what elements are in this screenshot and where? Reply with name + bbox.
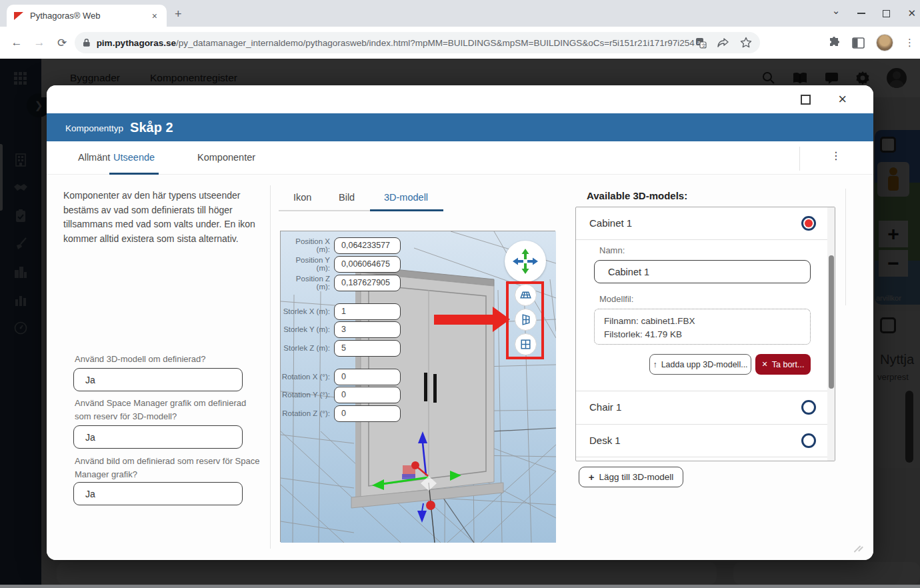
position-y-label: Position Y (m): <box>281 256 330 272</box>
window-minimize-button[interactable] <box>857 13 865 14</box>
dialog-close-button[interactable]: × <box>838 91 847 108</box>
upload-model-button[interactable]: ↑ Ladda upp 3D-modell... <box>649 354 751 375</box>
rotation-y-input[interactable]: 0 <box>334 387 401 403</box>
field-value: Ja <box>85 489 95 499</box>
upload-label: Ladda upp 3D-modell... <box>661 360 748 369</box>
forward-button[interactable]: → <box>28 36 51 49</box>
model-row-cabinet[interactable]: Cabinet 1 <box>576 207 835 240</box>
bookmark-star-icon[interactable] <box>740 37 752 49</box>
rotation-z-input[interactable]: 0 <box>334 405 401 422</box>
tabbar-divider <box>799 147 800 171</box>
side-panel-icon[interactable] <box>852 37 865 49</box>
tab-title: Pythagoras® Web <box>30 11 149 21</box>
tab-komponenter[interactable]: Komponenter <box>197 152 255 163</box>
component-type-dialog: × Komponenttyp Skåp 2 Allmänt Utseende K… <box>47 85 873 560</box>
3d-viewer[interactable]: Position X (m):0,064233577 Position Y (m… <box>280 231 555 542</box>
inner-active-underline <box>370 209 443 211</box>
file-name-text: Filnamn: cabinet1.FBX <box>604 315 810 328</box>
browser-menu-icon[interactable]: ⋮ <box>905 37 915 49</box>
url-text: pim.pythagoras.se/py_datamanager_interna… <box>97 38 695 48</box>
size-z-label: Storlek Z (m): <box>281 344 330 352</box>
tab-allmant[interactable]: Allmänt <box>78 152 110 163</box>
new-tab-button[interactable]: + <box>175 8 182 20</box>
window-maximize-button[interactable] <box>883 10 890 17</box>
size-z-value: 5 <box>341 343 346 353</box>
dialog-header: Komponenttyp Skåp 2 <box>47 113 873 141</box>
window-chevron-icon[interactable]: ⌄ <box>832 5 841 17</box>
screen: Pythagoras® Web × + ⌄ ✕ ← → ⟳ pim.pythag… <box>0 0 920 588</box>
transform-row: Rotation Z (°):0 <box>281 405 401 422</box>
model-radio-selected[interactable] <box>801 216 816 231</box>
dialog-type-label: Komponenttyp <box>65 123 123 133</box>
size-y-value: 3 <box>341 325 346 334</box>
transform-row: Position Z (m):0,187627905 <box>281 274 401 291</box>
field-label-3d: Använd 3D-modell om definierad? <box>75 353 261 366</box>
dialog-resize-handle[interactable] <box>856 544 867 555</box>
model-row-chair[interactable]: Chair 1 <box>576 391 835 425</box>
back-button[interactable]: ← <box>5 36 28 49</box>
tab-utseende[interactable]: Utseende <box>113 152 155 163</box>
model-name-value: Cabinet 1 <box>608 267 649 277</box>
tab-3d-modell[interactable]: 3D-modell <box>384 192 428 203</box>
url-domain: pim.pythagoras.se <box>97 38 176 48</box>
window-controls: ⌄ ✕ <box>832 0 916 27</box>
lock-icon <box>83 38 91 47</box>
transform-row: Position Y (m):0,006064675 <box>281 255 401 273</box>
rotation-y-value: 0 <box>341 390 346 399</box>
add-label: Lägg till 3D-modell <box>599 472 673 482</box>
add-model-button[interactable]: + Lägg till 3D-modell <box>579 467 683 487</box>
rotation-x-input[interactable]: 0 <box>334 369 401 385</box>
rotation-x-label: Rotation X (°): <box>281 373 330 381</box>
field-use-spacemanager[interactable]: Ja <box>73 425 243 449</box>
dialog-maximize-button[interactable] <box>801 95 811 105</box>
browser-tab[interactable]: Pythagoras® Web × <box>7 5 167 27</box>
listbox-scroll-thumb[interactable] <box>829 255 834 389</box>
reload-button[interactable]: ⟳ <box>51 36 73 50</box>
model-row-desk[interactable]: Desk 1 <box>576 425 835 457</box>
remove-model-button[interactable]: ✕ Ta bort... <box>755 354 811 375</box>
model-radio[interactable] <box>801 433 816 448</box>
annotation-arrow <box>434 315 494 325</box>
rotation-z-label: Rotation Z (°): <box>281 409 330 417</box>
models-heading: Available 3D-models: <box>587 190 687 201</box>
position-x-label: Position X (m): <box>281 237 330 253</box>
remove-x-icon: ✕ <box>762 360 768 369</box>
tab-ikon[interactable]: Ikon <box>293 192 311 203</box>
url-bar[interactable]: pim.pythagoras.se/py_datamanager_interna… <box>75 32 760 53</box>
model-name-input[interactable]: Cabinet 1 <box>594 260 811 283</box>
appearance-description: Komponenter av den här typens utseender … <box>63 189 258 247</box>
model-radio[interactable] <box>801 400 816 415</box>
field-use-image[interactable]: Ja <box>73 482 243 505</box>
listbox-scrollbar[interactable] <box>827 207 835 461</box>
tab-close-icon[interactable]: × <box>149 11 160 21</box>
dialog-menu-icon[interactable]: ⋮ <box>831 149 841 162</box>
size-y-input[interactable]: 3 <box>334 321 401 338</box>
field-label-sm: Använd Space Manager grafik om definiera… <box>75 397 261 423</box>
extensions-puzzle-icon[interactable] <box>828 37 841 49</box>
transform-row: Rotation X (°):0 <box>281 368 401 385</box>
field-value: Ja <box>85 432 95 443</box>
position-x-input[interactable]: 0,064233577 <box>334 237 401 254</box>
profile-avatar[interactable] <box>876 34 893 51</box>
window-bottom-edge <box>0 585 920 588</box>
transform-row: Position X (m):0,064233577 <box>281 237 401 254</box>
models-listbox: Cabinet 1 Namn: Cabinet 1 Modellfil: Fil… <box>575 207 835 461</box>
field-use-3d-model[interactable]: Ja <box>73 368 243 391</box>
size-x-input[interactable]: 1 <box>334 303 401 320</box>
share-icon[interactable] <box>717 37 729 48</box>
transform-row: Storlek X (m):1 <box>281 303 401 320</box>
position-y-input[interactable]: 0,006064675 <box>334 256 401 273</box>
position-z-input[interactable]: 0,187627905 <box>334 275 401 291</box>
model-name: Desk 1 <box>589 435 621 446</box>
dialog-titlebar: × <box>47 85 873 113</box>
inner-tabs-track <box>279 210 370 211</box>
pan-control[interactable] <box>505 241 546 282</box>
tab-bild[interactable]: Bild <box>339 192 355 203</box>
translate-icon[interactable]: a文 <box>695 37 707 49</box>
remove-label: Ta bort... <box>772 360 805 369</box>
browser-tabstrip: Pythagoras® Web × + ⌄ ✕ <box>0 0 920 27</box>
size-z-input[interactable]: 5 <box>334 340 401 357</box>
model-file-box: Filnamn: cabinet1.FBX Filstorlek: 41.79 … <box>594 309 811 345</box>
pythagoras-favicon <box>13 11 24 21</box>
window-close-button[interactable]: ✕ <box>907 7 916 19</box>
